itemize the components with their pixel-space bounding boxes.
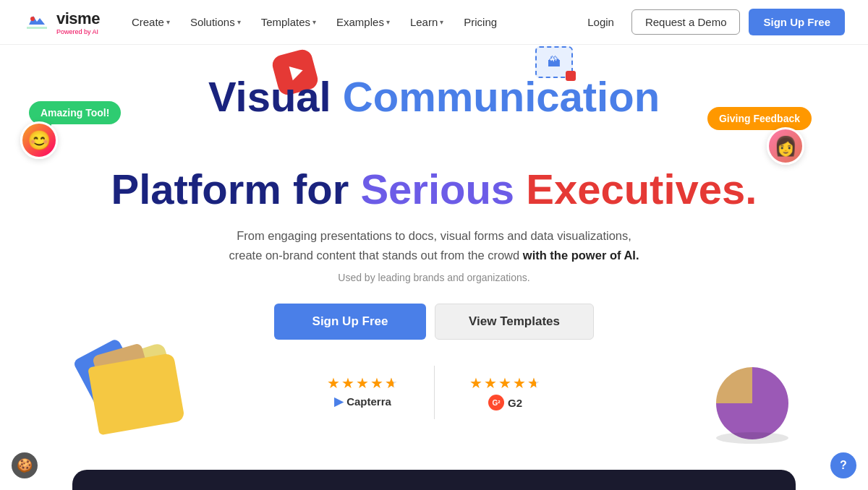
- chevron-down-icon: ▾: [237, 18, 241, 26]
- hero-title: Visual Communication Platform for Seriou…: [14, 74, 854, 212]
- g2-rating: ★★★★★★ G² G2: [435, 366, 576, 419]
- login-button[interactable]: Login: [579, 10, 623, 34]
- logo-name: visme: [56, 9, 100, 28]
- g2-stars: ★★★★★★: [469, 374, 542, 392]
- hero-templates-button[interactable]: View Templates: [435, 304, 594, 340]
- svg-point-1: [30, 17, 35, 21]
- nav-learn[interactable]: Learn ▾: [401, 10, 452, 34]
- capterra-icon: ▶: [334, 395, 343, 408]
- svg-point-2: [716, 432, 788, 444]
- cookie-button[interactable]: 🍪: [12, 452, 38, 478]
- chevron-down-icon: ▾: [386, 18, 390, 26]
- nav-pricing[interactable]: Pricing: [455, 10, 506, 34]
- hero-used-by: Used by leading brands and organizations…: [14, 272, 854, 283]
- chevron-down-icon: ▾: [312, 18, 316, 26]
- nav-links: Create ▾ Solutions ▾ Templates ▾ Example…: [123, 10, 579, 34]
- logo-powered: Powered by AI: [56, 28, 100, 35]
- g2-badge-icon: G²: [488, 395, 504, 411]
- pie-chart-svg: [709, 360, 796, 447]
- help-button[interactable]: ?: [830, 452, 856, 478]
- capterra-stars: ★★★★★★: [327, 374, 399, 392]
- g2-logo: G² G2: [488, 395, 522, 411]
- nav-templates[interactable]: Templates ▾: [252, 10, 325, 34]
- capterra-logo: ▶ Capterra: [334, 395, 391, 408]
- hero-buttons: Sign Up Free View Templates: [14, 304, 854, 340]
- bottom-bar: [72, 470, 796, 490]
- chevron-down-icon: ▾: [440, 18, 443, 26]
- hero-signup-button[interactable]: Sign Up Free: [274, 304, 426, 340]
- logo-icon: [23, 9, 51, 36]
- pie-chart-decoration: [709, 360, 803, 439]
- nav-right: Login Request a Demo Sign Up Free: [579, 9, 845, 35]
- folder-decoration: [72, 338, 188, 432]
- logo[interactable]: visme Powered by AI: [23, 9, 100, 36]
- navbar: visme Powered by AI Create ▾ Solutions ▾…: [0, 0, 868, 45]
- nav-signup-button[interactable]: Sign Up Free: [749, 9, 845, 35]
- nav-create[interactable]: Create ▾: [123, 10, 179, 34]
- nav-solutions[interactable]: Solutions ▾: [182, 10, 250, 34]
- hero-subtitle: From engaging presentations to docs, vis…: [14, 226, 854, 265]
- nav-examples[interactable]: Examples ▾: [328, 10, 399, 34]
- chevron-down-icon: ▾: [166, 18, 170, 26]
- demo-button[interactable]: Request a Demo: [631, 9, 741, 35]
- capterra-rating: ★★★★★★ ▶ Capterra: [292, 366, 435, 419]
